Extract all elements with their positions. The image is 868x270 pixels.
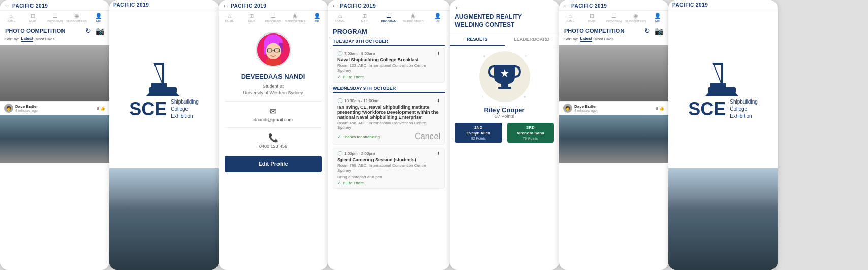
back-button-1[interactable]: ←	[4, 2, 10, 9]
thumbs-up-icon-1b[interactable]: 👍	[100, 106, 105, 111]
sce-full-name-2: Shipbuilding College Exhibition	[730, 98, 758, 120]
tab-supporters-6[interactable]: ◉SUPPORTERS	[625, 13, 646, 23]
tab-map-1[interactable]: ⊞MAP	[22, 13, 44, 23]
tab-bar-1: ⌂HOME ⊞MAP ☰PROGRAM ◉SUPPORTERS 👤ME	[0, 11, 109, 24]
tab-bar-3: ⌂HOME ⊞MAP ☰PROGRAM ◉SUPPORTERS 👤ME	[219, 11, 328, 24]
tab-home-6[interactable]: ⌂HOME	[559, 13, 581, 23]
ship-silhouette-2	[668, 199, 778, 270]
event-time-text-1: 7:00am - 9:00am	[344, 51, 375, 56]
svg-line-22	[713, 63, 722, 86]
tab-program-3[interactable]: ☰PROGRAM	[262, 13, 284, 23]
photo-meta-1b: 🧑 Dave Butler 4 minutes ago 8 👍	[0, 102, 109, 115]
ar-title: AUGMENTED REALITY WELDING CONTEST	[455, 13, 554, 29]
photo-header-icons-6: ↻ 📷	[644, 27, 663, 35]
tab-supporters-3[interactable]: ◉SUPPORTERS	[284, 13, 306, 23]
back-button-3[interactable]: ←	[223, 2, 229, 9]
cancel-button-2[interactable]: Cancel	[415, 132, 440, 141]
sort-label-1: Sort by:	[5, 37, 19, 41]
ar-tabs: RESULTS LEADERBOARD	[450, 33, 559, 46]
phone-icon: 📞	[268, 133, 278, 143]
camera-icon-6[interactable]: 📷	[655, 27, 663, 35]
tab-map-3[interactable]: ⊞MAP	[240, 13, 262, 23]
tab-me-4[interactable]: 👤ME	[425, 13, 450, 23]
ar-tab-results[interactable]: RESULTS	[450, 33, 505, 46]
trophy-icon	[487, 59, 522, 94]
edit-profile-button[interactable]: Edit Profile	[225, 156, 322, 172]
back-button-4[interactable]: ←	[332, 2, 338, 9]
sce-acronym-1: SCE	[129, 98, 167, 120]
refresh-icon-6[interactable]: ↻	[644, 27, 650, 35]
event-action-text-1: I'll Be There	[343, 75, 364, 79]
panel-program: ← PACIFIC 2019 ⌂HOME ⊞MAP ☰PROGRAM ◉SUPP…	[328, 0, 450, 270]
app-title-2: PACIFIC 2019	[113, 2, 149, 8]
clock-icon-2: 🕐	[337, 98, 343, 103]
sort-most-likes-6[interactable]: Most Likes	[594, 37, 613, 41]
tab-program-1[interactable]: ☰PROGRAM	[44, 13, 66, 23]
third-badge: 3RD	[526, 125, 535, 130]
event-action-1[interactable]: ✓ I'll Be There	[337, 75, 440, 79]
app-title-3: PACIFIC 2019	[231, 3, 266, 9]
trophy-circle: + +	[479, 51, 530, 102]
download-icon-3[interactable]: ⬇	[437, 151, 440, 156]
download-icon-1[interactable]: ⬇	[437, 51, 440, 56]
tab-home-1[interactable]: ⌂HOME	[0, 13, 22, 23]
user-time-1b: 4 minutes ago	[15, 109, 38, 112]
profile-phone: 0400 123 456	[259, 144, 287, 149]
second-badge: 2ND	[474, 125, 482, 130]
photo-header-icons-1: ↻ 📷	[85, 27, 104, 35]
nav-bar-6: ← PACIFIC 2019	[559, 0, 668, 11]
sce-crane-icon-1	[144, 58, 184, 98]
clock-icon-3: 🕐	[337, 151, 343, 156]
event-time-1: 🕐 7:00am - 9:00am	[337, 51, 375, 56]
tab-program-6[interactable]: ☰PROGRAM	[603, 13, 625, 23]
tab-home-4[interactable]: ⌂HOME	[328, 13, 352, 23]
event-time-3: 🕐 1:00pm - 2:00pm	[337, 151, 375, 156]
app-title-6: PACIFIC 2019	[571, 3, 607, 9]
sort-latest-1[interactable]: Latest	[21, 36, 34, 42]
tab-me-6[interactable]: 👤ME	[646, 13, 668, 23]
event-time-2: 🕐 10:00am - 11:00am	[337, 98, 379, 103]
tab-map-4[interactable]: ⊞MAP	[352, 13, 377, 23]
event-action-3[interactable]: ✓ I'll Be There	[337, 181, 440, 185]
thumbs-up-icon-6b[interactable]: 👍	[659, 106, 664, 111]
program-event-3: 🕐 1:00pm - 2:00pm ⬇ Speed Careering Sess…	[333, 148, 445, 189]
event-action-text-2: Thanks for attending	[343, 134, 380, 139]
program-content: PROGRAM TUESDAY 8TH OCTOBER 🕐 7:00am - 9…	[328, 24, 450, 270]
check-icon-1: ✓	[337, 75, 341, 79]
svg-point-12	[266, 43, 281, 59]
sort-latest-6[interactable]: Latest	[580, 36, 593, 42]
tab-map-6[interactable]: ⊞MAP	[581, 13, 603, 23]
back-button-5[interactable]: ←	[455, 4, 461, 11]
tab-home-3[interactable]: ⌂HOME	[219, 13, 240, 23]
svg-rect-26	[710, 83, 726, 88]
sce-content-2: SCE Shipbuilding College Exhibition	[668, 9, 778, 168]
tab-me-1[interactable]: 👤ME	[87, 13, 109, 23]
back-button-6[interactable]: ←	[563, 2, 569, 9]
svg-rect-1	[154, 63, 164, 65]
ar-header: ← AUGMENTED REALITY WELDING CONTEST	[450, 0, 559, 33]
runner-up-row: 2ND Evelyn Allen 82 Points 3RD Virendra …	[455, 123, 554, 143]
refresh-icon-1[interactable]: ↻	[85, 27, 91, 35]
profile-name: DEVEEDAAS NANDI	[241, 73, 305, 80]
event-action-2[interactable]: ✓ Thanks for attending	[337, 134, 380, 139]
ar-tab-leaderboard[interactable]: LEADERBOARD	[505, 33, 560, 46]
ship-silhouette-1	[109, 199, 219, 270]
event-name-2: Ian Irving, CE, Naval Shipbuilding Insti…	[337, 105, 440, 120]
svg-marker-27	[705, 93, 738, 96]
sce-logo-row-1: SCE Shipbuilding College Exhibition	[129, 98, 199, 120]
download-icon-2[interactable]: ⬇	[437, 98, 440, 103]
photo-header-1: PHOTO COMPETITION ↻ 📷 Sort by: Latest Mo…	[0, 24, 109, 45]
profile-divider-2	[225, 127, 322, 128]
panel-photo-competition-1: ← PACIFIC 2019 ⌂HOME ⊞MAP ☰PROGRAM ◉SUPP…	[0, 0, 109, 270]
sort-most-likes-1[interactable]: Most Likes	[35, 37, 54, 41]
tab-supporters-4[interactable]: ◉SUPPORTERS	[401, 13, 425, 23]
tab-supporters-1[interactable]: ◉SUPPORTERS	[66, 13, 87, 23]
program-event-1: 🕐 7:00am - 9:00am ⬇ Naval Shipbuilding C…	[333, 48, 445, 83]
event-note-3: Bring a notepad and pen	[337, 175, 440, 179]
program-event-2: 🕐 10:00am - 11:00am ⬇ Ian Irving, CE, Na…	[333, 95, 445, 145]
panel-sce-logo-1: PACIFIC 2019 SCE Shipbuilding College Ex…	[109, 0, 219, 270]
tab-program-4[interactable]: ☰PROGRAM	[377, 13, 401, 23]
avatar-image	[257, 32, 290, 68]
camera-icon-1[interactable]: 📷	[96, 27, 104, 35]
tab-me-3[interactable]: 👤ME	[306, 13, 328, 23]
